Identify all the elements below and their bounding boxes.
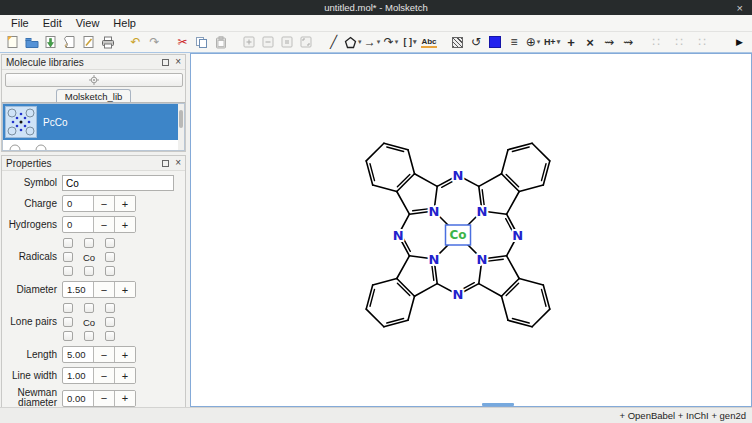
save-as-button[interactable] — [60, 33, 79, 52]
paste-button[interactable] — [211, 33, 230, 52]
library-settings-button[interactable] — [5, 73, 183, 87]
radical-checkbox[interactable] — [105, 266, 115, 276]
hydrogens-value[interactable]: 0 — [63, 217, 93, 232]
menu-help[interactable]: Help — [106, 16, 143, 30]
zoom-out-button[interactable] — [258, 33, 277, 52]
close-properties-icon[interactable]: × — [175, 158, 181, 168]
length-increment-button[interactable]: + — [114, 347, 135, 362]
line-width-button[interactable]: ≡ — [505, 33, 524, 52]
atom-label-nitrogen[interactable]: N — [393, 228, 404, 243]
hydrogen-tool-button[interactable]: H+▾ — [543, 33, 562, 52]
hatch-tool-button[interactable] — [448, 33, 467, 52]
rotate-tool-button[interactable]: ↺ — [467, 33, 486, 52]
length-decrement-button[interactable]: − — [93, 347, 114, 362]
library-scrollbar[interactable] — [178, 104, 184, 150]
hydrogen-dropdown[interactable]: ▾ — [557, 38, 561, 46]
zoom-reset-button[interactable] — [277, 33, 296, 52]
radical-checkbox[interactable] — [63, 266, 73, 276]
move-tool-button[interactable]: + — [562, 33, 581, 52]
atom-label-nitrogen[interactable]: N — [429, 252, 440, 267]
radical-checkbox[interactable] — [105, 238, 115, 248]
align-button[interactable]: ∷ — [693, 33, 712, 52]
diameter-decrement-button[interactable]: − — [93, 282, 114, 297]
hydrogens-increment-button[interactable]: + — [114, 217, 135, 232]
print-button[interactable] — [98, 33, 117, 52]
symbol-input[interactable] — [62, 175, 174, 191]
mechanism-tool-2-button[interactable]: ⇝ — [619, 33, 638, 52]
lone-pair-checkbox[interactable] — [105, 317, 115, 327]
zoom-fit-button[interactable] — [296, 33, 315, 52]
float-properties-icon[interactable] — [162, 160, 169, 167]
charge-increment-button[interactable]: + — [114, 196, 135, 211]
bracket-tool-button[interactable]: [ ]▾ — [401, 33, 420, 52]
menu-view[interactable]: View — [69, 16, 107, 30]
toolbar-overflow-button[interactable]: ▶ — [730, 33, 749, 52]
charge-tool-button[interactable]: ⊕▾ — [524, 33, 543, 52]
newman-diameter-decrement-button[interactable]: − — [93, 391, 114, 406]
radical-checkbox[interactable] — [63, 238, 73, 248]
lone-pair-checkbox[interactable] — [84, 331, 94, 341]
radical-checkbox[interactable] — [63, 252, 73, 262]
cut-button[interactable]: ✂ — [173, 33, 192, 52]
text-tool-button[interactable]: Abc — [420, 33, 439, 52]
bracket-tool-dropdown[interactable]: ▾ — [413, 38, 417, 46]
atom-label-nitrogen[interactable]: N — [453, 168, 464, 183]
radical-checkbox[interactable] — [84, 266, 94, 276]
ring-tool-dropdown[interactable]: ▾ — [358, 38, 362, 46]
newman-diameter-increment-button[interactable]: + — [114, 391, 135, 406]
atom-label-nitrogen[interactable]: N — [477, 204, 488, 219]
diameter-value[interactable]: 1.50 — [63, 282, 93, 297]
charge-dropdown[interactable]: ▾ — [537, 38, 541, 46]
lone-pair-checkbox[interactable] — [63, 317, 73, 327]
newman-diameter-value[interactable]: 0.00 — [63, 391, 93, 406]
drawing-canvas[interactable]: NNNNNNNNCo — [190, 53, 752, 407]
lone-pair-checkbox[interactable] — [63, 303, 73, 313]
lone-pair-checkbox[interactable] — [105, 331, 115, 341]
atom-label-metal[interactable]: Co — [449, 228, 466, 242]
menu-edit[interactable]: Edit — [36, 16, 69, 30]
radical-checkbox[interactable] — [84, 238, 94, 248]
diameter-increment-button[interactable]: + — [114, 282, 135, 297]
save-button[interactable] — [41, 33, 60, 52]
lone-pair-checkbox[interactable] — [105, 303, 115, 313]
atom-label-nitrogen[interactable]: N — [477, 252, 488, 267]
mechanism-tool-1-button[interactable]: ⇝ — [600, 33, 619, 52]
copy-button[interactable] — [192, 33, 211, 52]
hydrogens-decrement-button[interactable]: − — [93, 217, 114, 232]
molecule-drawing[interactable]: NNNNNNNNCo — [191, 54, 752, 405]
line-width-increment-button[interactable]: + — [114, 368, 135, 383]
close-panel-icon[interactable]: × — [175, 57, 181, 67]
float-panel-icon[interactable] — [162, 59, 169, 66]
new-button[interactable] — [3, 33, 22, 52]
curved-arrow-dropdown[interactable]: ▾ — [395, 38, 399, 46]
flip-horizontal-button[interactable]: ∷ — [647, 33, 666, 52]
library-item-pcco[interactable]: PcCo — [3, 104, 184, 140]
curved-arrow-tool-button[interactable]: ↷▾ — [382, 33, 401, 52]
library-scrollbar-thumb[interactable] — [179, 110, 183, 128]
delete-tool-button[interactable]: × — [581, 33, 600, 52]
tab-molsketch-lib[interactable]: Molsketch_lib — [56, 89, 132, 102]
zoom-in-button[interactable] — [239, 33, 258, 52]
lone-pair-checkbox[interactable] — [84, 303, 94, 313]
length-value[interactable]: 5.00 — [63, 347, 93, 362]
export-button[interactable] — [79, 33, 98, 52]
radical-checkbox[interactable] — [105, 252, 115, 262]
atom-label-nitrogen[interactable]: N — [453, 287, 464, 302]
atom-label-nitrogen[interactable]: N — [429, 204, 440, 219]
undo-button[interactable]: ↶ — [126, 33, 145, 52]
library-item-partial[interactable] — [3, 140, 184, 151]
arrow-tool-button[interactable]: →▾ — [363, 33, 382, 52]
arrow-tool-dropdown[interactable]: ▾ — [377, 38, 381, 46]
line-width-value[interactable]: 1.00 — [63, 368, 93, 383]
flip-vertical-button[interactable]: ∷ — [670, 33, 689, 52]
charge-value[interactable]: 0 — [63, 196, 93, 211]
atom-label-nitrogen[interactable]: N — [512, 228, 523, 243]
lone-pair-checkbox[interactable] — [63, 331, 73, 341]
canvas-hscrollbar-thumb[interactable] — [482, 403, 514, 406]
charge-decrement-button[interactable]: − — [93, 196, 114, 211]
draw-tool-button[interactable]: ╱ — [324, 33, 343, 52]
color-picker-button[interactable] — [486, 33, 505, 52]
ring-tool-button[interactable]: ▾ — [343, 33, 363, 52]
open-button[interactable] — [22, 33, 41, 52]
window-close-button[interactable]: × — [737, 0, 743, 15]
